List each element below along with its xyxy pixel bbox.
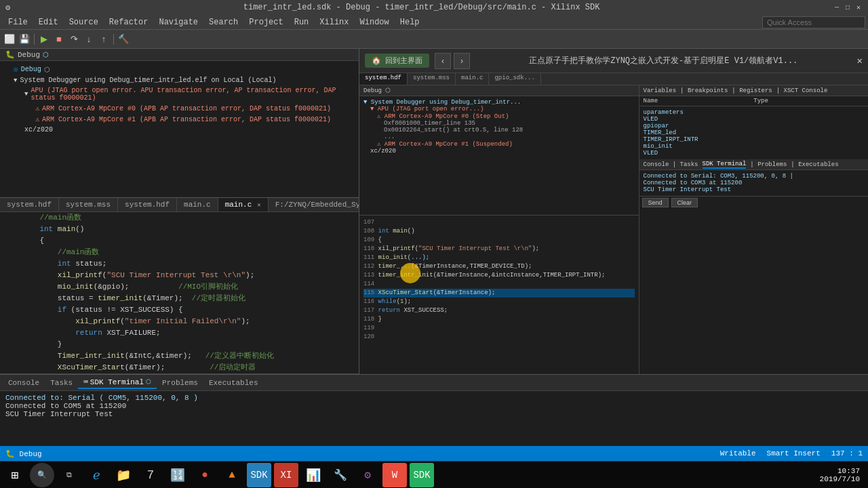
taskview-icon[interactable]: ⧉: [57, 463, 81, 487]
top-section: 🐛 Debug ⬡ ⊙ Debug ⬡ ▼ System Debugger us…: [0, 49, 868, 374]
taskbar-app-7[interactable]: 📊: [301, 463, 326, 487]
menu-help[interactable]: Help: [395, 15, 425, 29]
menu-refactor[interactable]: Refactor: [104, 15, 154, 29]
taskbar: ⊞ 🔍 ⧉ ℯ 📁 7 🔢 ● ▲ SDK XI 📊 🔧 ⚙ W SDK 10:…: [0, 461, 868, 488]
code-line: {: [0, 235, 359, 247]
build-button[interactable]: 🔨: [117, 33, 130, 46]
home-button[interactable]: 🏠 回到主界面: [365, 54, 429, 68]
tab-system-hdf-1[interactable]: system.hdf: [0, 198, 59, 211]
tab-main-c-1[interactable]: main.c: [177, 198, 218, 211]
search-taskbar-icon[interactable]: 🔍: [30, 463, 54, 487]
mini-send-button[interactable]: Send: [642, 198, 669, 207]
mini-right-panel: Variables | Breakpoints | Registers | XS…: [639, 85, 869, 374]
tab-tasks[interactable]: Tasks: [45, 378, 78, 388]
menu-search[interactable]: Search: [203, 15, 243, 29]
tab-close-icon[interactable]: ✕: [257, 201, 260, 209]
xc7020-item[interactable]: xc/z020: [0, 125, 359, 135]
browser-close-button[interactable]: ✕: [857, 55, 863, 66]
stop-button[interactable]: ■: [52, 33, 66, 46]
taskbar-date: 2019/7/10: [820, 475, 860, 483]
taskbar-app-5[interactable]: SDK: [247, 463, 271, 487]
mini-tab-2[interactable]: system.mss: [408, 73, 456, 85]
tab-problems[interactable]: Problems: [157, 378, 203, 388]
mini-right-header: Variables | Breakpoints | Registers | XS…: [639, 85, 869, 96]
taskbar-app-3[interactable]: ●: [193, 463, 217, 487]
code-line: int main(): [0, 224, 359, 235]
new-button[interactable]: ⬜: [3, 33, 16, 46]
taskbar-app-9[interactable]: ⚙: [355, 463, 380, 487]
mini-code-panel: 107 108 int main() 109 { 110 xil_printf(…: [359, 216, 639, 374]
bug-icon: 🐛: [5, 50, 15, 59]
cortex-a9-0-item[interactable]: ⚠ ARM Cortex-A9 MpCore #0 (APB AP transa…: [0, 103, 359, 114]
tab-console[interactable]: Console: [3, 378, 45, 388]
code-editor[interactable]: //main函数 int main() {: [0, 212, 359, 374]
code-line: //main函数: [0, 212, 359, 224]
mini-tab-1[interactable]: system.hdf: [359, 73, 408, 85]
right-panel: 🏠 回到主界面 ‹ › 正点原子手把手教你学ZYNQ之嵌入式开发-基于启明星E …: [359, 49, 868, 374]
tab-executables[interactable]: Executables: [203, 378, 264, 388]
apu-label: APU (JTAG port open error. APU transacti…: [31, 87, 353, 102]
tab-system-mss[interactable]: system.mss: [59, 198, 118, 211]
mini-debug-panel: Debug ⬡ ▼ System Debugger using Debug_ti…: [359, 85, 639, 216]
status-bar: 🐛 Debug Writable Smart Insert 137 : 1: [0, 446, 868, 461]
debug-mode-item: ⊙ Debug ⬡: [0, 64, 359, 75]
menu-navigate[interactable]: Navigate: [153, 15, 203, 29]
menu-file[interactable]: File: [3, 15, 33, 29]
forward-button[interactable]: ›: [454, 53, 470, 69]
start-button[interactable]: ⊞: [3, 463, 27, 487]
apu-item[interactable]: ▼ APU (JTAG port open error. APU transac…: [0, 85, 359, 103]
menu-run[interactable]: Run: [289, 15, 315, 29]
tab-system-hdf-2[interactable]: system.hdf: [118, 198, 177, 211]
taskbar-time: 10:37 2019/7/10: [820, 467, 865, 483]
code-line: status = timer_init(&Timer); //定时器初始化: [0, 293, 359, 304]
save-button[interactable]: 💾: [18, 33, 31, 46]
taskbar-app-11[interactable]: SDK: [410, 463, 434, 487]
tab-sdk-terminal[interactable]: ⌨ SDK Terminal ⬡: [78, 376, 157, 389]
step-over-button[interactable]: ↷: [67, 33, 81, 46]
tab-main-c-2[interactable]: main.c ✕: [218, 198, 269, 211]
tab-label: main.c: [184, 201, 211, 209]
taskbar-app-10[interactable]: W: [382, 463, 407, 487]
debug-tree: ⊙ Debug ⬡ ▼ System Debugger using Debug_…: [0, 61, 359, 138]
minimize-button[interactable]: ─: [833, 3, 841, 12]
mini-tab-3[interactable]: main.c: [456, 73, 489, 85]
menu-source[interactable]: Source: [64, 15, 104, 29]
maximize-button[interactable]: □: [844, 3, 852, 12]
menu-xilinx[interactable]: Xilinx: [314, 15, 354, 29]
taskbar-app-2[interactable]: 🔢: [165, 463, 190, 487]
horizontal-scrollbar[interactable]: [0, 373, 359, 374]
code-line: }: [0, 339, 359, 350]
taskbar-app-6[interactable]: XI: [274, 463, 298, 487]
title-bar-icon: ⚙: [5, 3, 10, 13]
editor-tabs: system.hdf system.mss system.hdf main.c …: [0, 198, 359, 212]
taskbar-clock: 10:37: [820, 467, 860, 475]
tab-zynq-path[interactable]: F:/ZYNQ/Embedded_Syst...: [269, 198, 359, 211]
quick-access-input[interactable]: [762, 16, 865, 28]
debug-button[interactable]: ▶: [37, 33, 51, 46]
code-line: XScuTimer_Start(&Timer); //启动定时器: [0, 362, 359, 373]
menu-project[interactable]: Project: [243, 15, 288, 29]
system-debugger-item[interactable]: ▼ System Debugger using Debug_timer_intr…: [0, 75, 359, 85]
menu-window[interactable]: Window: [355, 15, 395, 29]
code-line: xil_printf("SCU Timer Interrupt Test \r\…: [0, 270, 359, 281]
step-into-button[interactable]: ↓: [82, 33, 96, 46]
step-out-button[interactable]: ↑: [97, 33, 111, 46]
tab-label: main.c: [225, 201, 252, 209]
taskbar-app-4[interactable]: ▲: [220, 463, 244, 487]
back-button[interactable]: ‹: [435, 53, 451, 69]
close-button[interactable]: ✕: [854, 3, 863, 12]
file-explorer-icon[interactable]: 📁: [111, 463, 136, 487]
cursor-position: 137 : 1: [831, 449, 863, 458]
mini-clear-button[interactable]: Clear: [671, 198, 698, 207]
taskbar-app-8[interactable]: 🔧: [328, 463, 353, 487]
edge-icon[interactable]: ℯ: [84, 463, 108, 487]
cortex-a9-1-item[interactable]: ⚠ ARM Cortex-A9 MpCore #1 (APB AP transa…: [0, 114, 359, 125]
mini-tab-4[interactable]: gpio_sdk...: [489, 73, 540, 85]
code-line: Timer_intr_init(&IntC,&timer); //定义器中断初始…: [0, 350, 359, 362]
debug-panel-header: 🐛 Debug ⬡: [0, 49, 359, 61]
toolbar-separator-1: [34, 34, 35, 45]
menu-edit[interactable]: Edit: [33, 15, 64, 29]
tab-label: system.mss: [66, 201, 111, 209]
debug-panel: 🐛 Debug ⬡ ⊙ Debug ⬡ ▼ System Debugger us…: [0, 49, 359, 198]
taskbar-app-1[interactable]: 7: [138, 463, 163, 487]
